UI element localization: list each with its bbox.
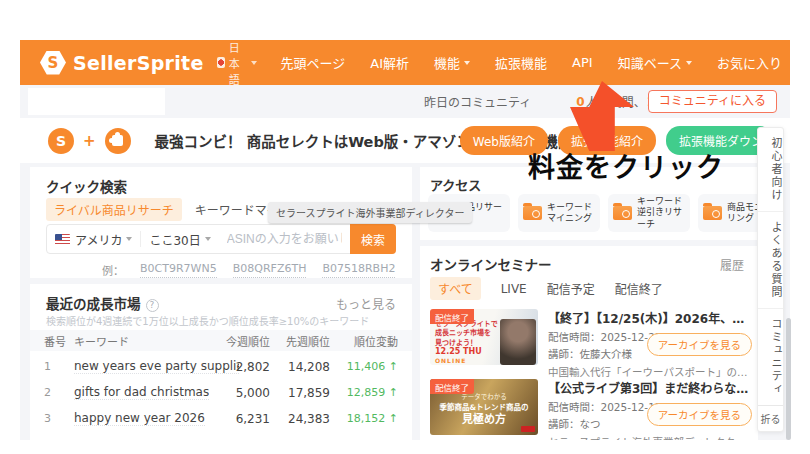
nav-favorites[interactable]: お気に入り	[717, 53, 782, 72]
join-community-button[interactable]: コミュニティに入る	[648, 90, 777, 113]
asin-input[interactable]	[219, 232, 350, 246]
extension-puzzle-icon	[105, 128, 131, 154]
language-label: 日本語	[229, 39, 247, 87]
search-button[interactable]: 検索	[350, 224, 396, 254]
marketplace-value: アメリカ	[75, 231, 122, 248]
nav-api[interactable]: API	[572, 55, 593, 70]
nav-features[interactable]: 機能	[434, 53, 470, 72]
keyword-mining-icon	[523, 206, 542, 220]
rail-fold-button[interactable]: 折る	[758, 405, 783, 431]
growth-market-title: 最近の成長市場?	[46, 293, 159, 313]
status-badge: 配信終了	[430, 379, 474, 394]
view-archive-button[interactable]: アーカイブを見る	[647, 333, 752, 356]
tab-rival-product-research[interactable]: ライバル商品リサーチ	[46, 198, 182, 221]
marketplace-select[interactable]: アメリカ	[47, 231, 140, 248]
keyword-link[interactable]: happy new year 2026	[74, 411, 205, 426]
growth-market-subtitle: 検索順位が4週連続で1万位以上成長かつ順位成長率≥10%のキーワード	[46, 313, 369, 328]
chevron-down-icon	[686, 61, 692, 65]
table-row: 3 happy new year 2026 6,231 24,383 18,15…	[30, 406, 412, 431]
community-subbar: 昨日のコミュニティ0人が質問、1通の回答 コミュニティに入る	[20, 85, 790, 118]
web-app-icon: S	[48, 128, 74, 154]
see-more-link[interactable]: もっと見る	[336, 295, 396, 312]
period-value: ここ30日	[149, 231, 200, 248]
nav-home[interactable]: 先頭ページ	[281, 53, 346, 72]
example-asin-link[interactable]: B08QRFZ6TH	[233, 262, 307, 278]
seminar-tabs: すべて LIVE 配信予定 配信終了	[430, 277, 663, 300]
rail-community[interactable]: コミュニティ	[758, 309, 783, 405]
history-link[interactable]: 履歴	[720, 256, 744, 273]
keyword-link[interactable]: gifts for dad christmas	[74, 385, 209, 400]
seminar-item[interactable]: 配信終了 データでわかる 季節商品&トレンド商品の 見極め方 【公式ライブ第3回…	[420, 374, 758, 440]
access-title: アクセス	[430, 175, 481, 194]
seminar-thumbnail: 配信終了 データでわかる 季節商品&トレンド商品の 見極め方	[430, 379, 538, 435]
hover-tooltip: セラースプライト海外事業部ディレクター	[268, 202, 472, 223]
keyword-reverse-icon	[613, 206, 632, 220]
product-monitoring-icon	[703, 206, 722, 220]
example-asin-link[interactable]: B07518RBH2	[322, 262, 395, 278]
example-asin-link[interactable]: B0CT9R7WN5	[140, 262, 217, 278]
brand-name: SellerSprite	[73, 52, 204, 74]
main-nav: 先頭ページ AI解析 機能 拡張機能 API 知識ベース お気に入り 料金 コミ…	[281, 43, 810, 82]
quick-search-title: クイック検索	[46, 176, 127, 196]
access-shortcuts: 商品リサーチ キーワードマイニング キーワード逆引きリサーチ 商品モニタリング	[428, 194, 758, 232]
language-selector[interactable]: 日本語	[217, 39, 257, 87]
shortcut-keyword-mining[interactable]: キーワードマイニング	[518, 194, 600, 232]
nav-knowledge-base[interactable]: 知識ベース	[618, 53, 692, 72]
period-select[interactable]: ここ30日	[141, 231, 218, 248]
table-row: 1 new years eve party supplies 2026 2,80…	[30, 354, 412, 379]
rail-faq[interactable]: よくある質問	[758, 212, 783, 309]
table-header: 番号 キーワード 今週順位 先週順位 順位変動	[30, 330, 412, 351]
table-row: 2 gifts for dad christmas 5,000 17,859 1…	[30, 380, 412, 405]
seminar-title: オンラインセミナー	[430, 254, 552, 274]
scrollbar-thumb[interactable]	[786, 318, 791, 440]
page: S SellerSprite 日本語 先頭ページ AI解析 機能 拡張機能 AP…	[0, 0, 810, 454]
brand-logo[interactable]: S SellerSprite	[40, 51, 204, 75]
seminar-thumbnail: 配信終了 セラースプライトで 成長ニッチ市場を 見つけよう！ 12.25 THU…	[430, 309, 538, 365]
asin-examples: 例： B0CT9R7WN5 B08QRFZ6TH B07518RBH2	[102, 262, 395, 278]
status-badge: 配信終了	[430, 309, 474, 324]
help-question-icon[interactable]: ?	[146, 299, 159, 312]
asin-search-bar: アメリカ ここ30日 検索	[46, 224, 396, 254]
tab-scheduled[interactable]: 配信予定	[547, 280, 595, 297]
us-flag-icon	[55, 234, 70, 245]
chevron-down-icon	[205, 237, 211, 241]
youtube-mark	[521, 426, 535, 432]
shortcut-keyword-reverse[interactable]: キーワード逆引きリサーチ	[608, 194, 690, 232]
nav-ai-analysis[interactable]: AI解析	[370, 53, 409, 72]
nav-extension[interactable]: 拡張機能	[495, 53, 547, 72]
chevron-down-icon	[464, 61, 470, 65]
app-header: S SellerSprite 日本語 先頭ページ AI解析 機能 拡張機能 AP…	[20, 40, 790, 85]
annotation-label: 料金をクリック	[528, 146, 724, 185]
tab-all[interactable]: すべて	[430, 277, 481, 300]
online-seminar-card: オンラインセミナー 履歴 すべて LIVE 配信予定 配信終了 配信終了 セラー…	[420, 246, 758, 440]
rail-beginners[interactable]: 初心者向け	[758, 128, 783, 212]
chevron-down-icon	[251, 61, 257, 65]
tab-live[interactable]: LIVE	[501, 282, 527, 296]
plus-sign: +	[83, 132, 96, 150]
side-rail: 初心者向け よくある質問 コミュニティ 折る	[757, 127, 784, 432]
seminar-item[interactable]: 配信終了 セラースプライトで 成長ニッチ市場を 見つけよう！ 12.25 THU…	[420, 304, 758, 370]
speaker-photo	[500, 319, 536, 365]
blank-panel	[28, 88, 165, 115]
seminar-item-title[interactable]: 【終了】【12/25(木)】2026年、勝てるオリジナル商品づくり！	[548, 309, 754, 326]
seminar-description: セラースプライト海外事業部ディレクター	[548, 434, 754, 441]
seminar-item-title[interactable]: 【公式ライブ第3回】まだ終わらない！ ブラックフライデー後に...	[548, 379, 754, 396]
chevron-down-icon	[126, 237, 132, 241]
japan-flag-icon	[217, 57, 225, 68]
tab-ended[interactable]: 配信終了	[615, 280, 663, 297]
examples-label: 例：	[102, 262, 124, 278]
shortcut-product-monitoring[interactable]: 商品モニタリング	[698, 194, 758, 232]
growth-market-card: 最近の成長市場? もっと見る 検索順位が4週連続で1万位以上成長かつ順位成長率≥…	[30, 284, 412, 440]
view-archive-button[interactable]: アーカイブを見る	[647, 403, 752, 426]
sellersprite-logo-icon: S	[40, 51, 66, 75]
